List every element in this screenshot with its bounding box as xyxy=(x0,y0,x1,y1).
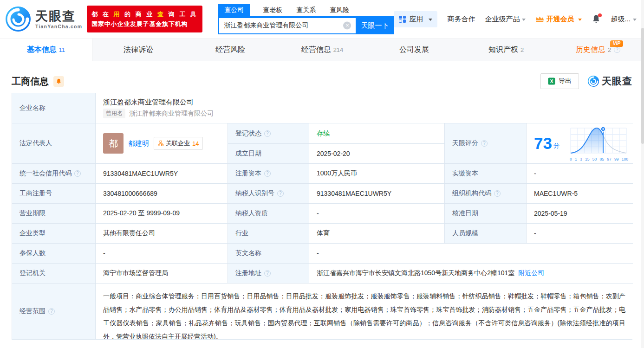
label-approved-date: 核准日期 xyxy=(445,204,527,224)
clear-icon[interactable]: × xyxy=(343,22,351,30)
nearby-companies-link[interactable]: 附近公司 xyxy=(518,269,544,277)
help-icon[interactable] xyxy=(264,170,271,177)
help-icon[interactable] xyxy=(614,46,620,53)
search-button[interactable]: 天眼一下 xyxy=(356,17,394,34)
search-tab-boss[interactable]: 查老板 xyxy=(262,4,283,16)
search-tab-relation[interactable]: 查关系 xyxy=(295,4,317,16)
label-insured-count: 参保人数 xyxy=(12,244,96,264)
label-reg-number: 工商注册号 xyxy=(12,184,96,204)
value-insured-count: - xyxy=(96,244,228,264)
legal-rep-name-link[interactable]: 都建明 xyxy=(128,139,149,148)
label-paid-capital: 实缴资本 xyxy=(445,164,527,184)
label-reg-address: 注册地址 xyxy=(228,264,309,284)
label-reg-status: 登记状态 xyxy=(228,123,309,144)
label-establish-date: 成立日期 xyxy=(228,144,309,164)
help-icon[interactable] xyxy=(277,190,284,197)
value-business-scope: 一般项目：商业综合体管理服务；日用百货销售；日用品销售；日用品批发；服装服饰批发… xyxy=(96,284,633,339)
help-icon[interactable] xyxy=(264,270,271,277)
label-taxpayer-quality: 纳税人资质 xyxy=(228,204,309,224)
label-staff-size: 人员规模 xyxy=(445,224,527,244)
value-company-name: 浙江盈都来商业管理有限公司 曾用名 浙江胖都来商业管理有限公司 xyxy=(96,93,633,123)
brand-name: 天眼查 xyxy=(35,9,82,23)
nav-open-vip[interactable]: 开通会员 xyxy=(535,15,582,24)
scrollbar[interactable] xyxy=(641,0,644,348)
value-legal-rep: 都 都建明 关联企业 14 xyxy=(96,123,228,164)
help-icon[interactable] xyxy=(48,308,55,315)
help-icon[interactable] xyxy=(494,190,501,197)
notification-dot xyxy=(598,13,602,17)
tab-history-info[interactable]: VIP 历史信息 2 xyxy=(552,39,644,61)
company-name: 浙江盈都来商业管理有限公司 xyxy=(103,98,194,107)
label-company-name: 企业名称 xyxy=(12,93,96,123)
label-org-code: 组织机构代码 xyxy=(445,184,527,204)
label-business-scope: 经营范围 xyxy=(12,284,96,339)
search-block: 查公司 查老板 查关系 查风险 × 天眼一下 xyxy=(218,4,394,34)
value-company-type: 其他有限责任公司 xyxy=(96,224,228,244)
value-establish-date: 2025-02-20 xyxy=(309,144,445,164)
apps-grid-icon xyxy=(399,16,406,23)
excel-icon: X xyxy=(548,77,555,85)
page-tabs: 基本信息 11 法律诉讼 经营风险 经营信息 214 公司发展 知识产权 2 V… xyxy=(0,38,644,61)
label-english-name: 英文名称 xyxy=(228,244,309,264)
search-input[interactable] xyxy=(218,17,356,34)
value-credit-code: 91330481MAEC1UWR5Y xyxy=(96,164,228,184)
value-reg-address: 浙江省嘉兴市海宁市长安镇文海北路1050号新天地商务中心2幢101室 附近公司 xyxy=(309,264,633,284)
score-axis-ticks: 0131550859799100 xyxy=(570,157,628,161)
search-tab-company[interactable]: 查公司 xyxy=(218,4,250,16)
value-tianyan-score: 73分 xyxy=(527,123,633,164)
label-reg-authority: 登记机关 xyxy=(12,264,96,284)
vip-badge: VIP xyxy=(610,40,623,47)
former-name: 浙江胖都来商业管理有限公司 xyxy=(129,110,214,118)
help-icon[interactable] xyxy=(74,170,81,177)
related-companies-badge[interactable]: 关联企业 14 xyxy=(154,137,203,150)
value-reg-status: 存续 xyxy=(309,123,445,144)
tab-company-development[interactable]: 公司发展 xyxy=(368,39,460,61)
brand-domain: TianYanCha.com xyxy=(35,24,82,29)
value-business-term: 2025-02-20 至 9999-09-09 xyxy=(96,204,228,224)
org-chart-icon xyxy=(158,141,163,146)
value-taxpayer-id: 91330481MAEC1UWR5Y xyxy=(309,184,445,204)
legal-rep-avatar[interactable]: 都 xyxy=(103,133,124,154)
tab-basic-info[interactable]: 基本信息 11 xyxy=(0,39,92,61)
notification-bell[interactable] xyxy=(592,14,601,24)
value-reg-authority: 海宁市市场监督管理局 xyxy=(96,264,228,284)
value-english-name: - xyxy=(309,244,633,264)
label-company-type: 企业类型 xyxy=(12,224,96,244)
tianyancha-logo[interactable]: 天眼查 TianYanCha.com xyxy=(5,6,82,32)
label-credit-code: 统一社会信用代码 xyxy=(12,164,96,184)
vip-label: 开通会员 xyxy=(546,15,574,24)
nav-business-cooperation[interactable]: 商务合作 xyxy=(447,15,475,24)
score-distribution-chart: 0131550859799100 xyxy=(570,125,628,161)
user-menu[interactable]: 超级... xyxy=(611,15,637,24)
slogan-line2: 国家中小企业发展子基金旗下机构 xyxy=(91,19,198,29)
search-tab-risk[interactable]: 查风险 xyxy=(329,4,350,16)
slogan-line1: 都 在 用 的 商 业 查 询 工 具 xyxy=(91,9,198,19)
tab-intellectual-property[interactable]: 知识产权 2 xyxy=(460,39,552,61)
tab-legal-proceedings[interactable]: 法律诉讼 xyxy=(92,39,184,61)
top-header: 天眼查 TianYanCha.com 都 在 用 的 商 业 查 询 工 具 国… xyxy=(0,0,644,38)
label-tianyan-score: 天眼评分 xyxy=(445,123,527,164)
label-reg-capital: 注册资本 xyxy=(228,164,309,184)
value-paid-capital: - xyxy=(527,164,633,184)
tianyancha-logo-icon xyxy=(5,6,32,32)
tab-operational-risk[interactable]: 经营风险 xyxy=(184,39,276,61)
section-header: 工商信息 X 导出 天眼查 xyxy=(12,73,632,89)
export-button[interactable]: X 导出 xyxy=(540,73,579,89)
tianyancha-logo-icon xyxy=(587,75,599,87)
value-reg-number: 330481000666689 xyxy=(96,184,228,204)
watermark-logo: 天眼查 xyxy=(587,75,632,88)
scrollbar-thumb[interactable] xyxy=(641,28,644,144)
apps-label: 应用 xyxy=(409,15,423,24)
value-reg-capital: 1000万人民币 xyxy=(309,164,445,184)
label-industry: 行业 xyxy=(228,224,309,244)
tab-business-info[interactable]: 经营信息 214 xyxy=(276,39,368,61)
monitor-bell-icon[interactable] xyxy=(53,76,64,87)
business-info-table: 企业名称 浙江盈都来商业管理有限公司 曾用名 浙江胖都来商业管理有限公司 法定代… xyxy=(12,93,632,340)
help-icon[interactable] xyxy=(481,140,488,147)
nav-enterprise-products[interactable]: 企业级产品 xyxy=(485,15,526,24)
search-tabs: 查公司 查老板 查关系 查风险 xyxy=(218,4,394,17)
watermark-logo-text: 天眼查 xyxy=(602,75,632,88)
former-name-badge: 曾用名 xyxy=(103,109,125,118)
help-icon[interactable] xyxy=(264,130,271,137)
apps-menu[interactable]: 应用 xyxy=(394,11,437,27)
